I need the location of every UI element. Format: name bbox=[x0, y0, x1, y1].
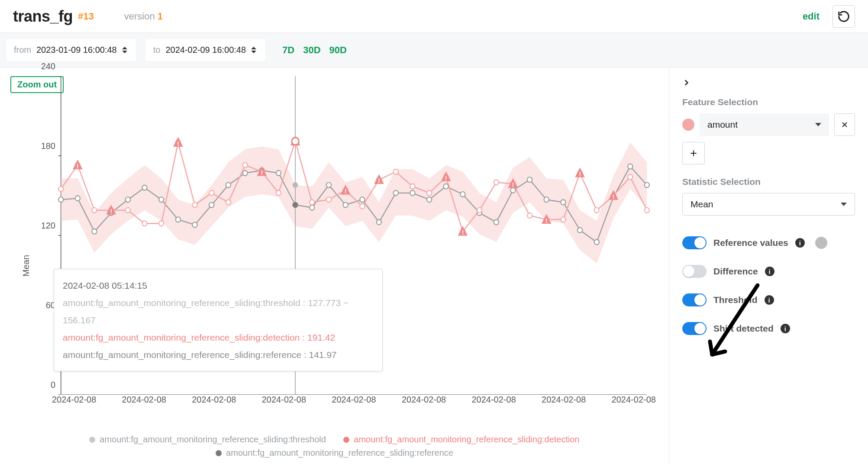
statistic-select[interactable]: Mean bbox=[682, 193, 855, 216]
chevron-down-icon bbox=[841, 203, 847, 206]
feature-group-tag: #13 bbox=[78, 11, 94, 22]
legend-detection[interactable]: amount:fg_amount_monitoring_reference_sl… bbox=[343, 435, 579, 445]
svg-point-10 bbox=[92, 229, 97, 234]
svg-point-60 bbox=[326, 197, 331, 202]
svg-point-34 bbox=[494, 219, 499, 225]
svg-point-24 bbox=[326, 183, 331, 188]
tooltip-reference: amount:fg_amount_monitoring_reference_sl… bbox=[63, 346, 374, 364]
svg-point-17 bbox=[209, 203, 214, 208]
info-icon[interactable]: i bbox=[765, 295, 774, 305]
x-tick-label: 2024-02-08 bbox=[402, 395, 446, 412]
tooltip-timestamp: 2024-02-08 05:14:15 bbox=[63, 277, 374, 294]
svg-point-25 bbox=[343, 203, 348, 208]
svg-point-43 bbox=[645, 183, 649, 188]
svg-point-66 bbox=[427, 190, 432, 196]
svg-point-46 bbox=[92, 208, 97, 213]
reference-color-dot bbox=[815, 237, 827, 249]
to-date-picker[interactable]: to 2024-02-09 16:00:48 bbox=[145, 39, 265, 61]
to-value: 2024-02-09 16:00:48 bbox=[165, 45, 246, 55]
svg-point-32 bbox=[460, 192, 465, 197]
svg-text:!: ! bbox=[378, 178, 380, 184]
quick-30d-button[interactable]: 30D bbox=[303, 45, 320, 56]
svg-point-40 bbox=[594, 239, 599, 245]
from-value: 2023-01-09 16:00:48 bbox=[36, 45, 117, 55]
svg-point-93 bbox=[292, 138, 299, 145]
side-panel: Feature Selection amount Statistic Selec… bbox=[669, 68, 868, 464]
shift-detected-toggle[interactable] bbox=[682, 322, 707, 335]
legend-reference[interactable]: amount:fg_amount_monitoring_reference_sl… bbox=[216, 448, 453, 458]
svg-point-76 bbox=[594, 208, 599, 213]
svg-point-50 bbox=[159, 221, 164, 226]
threshold-label: Threshold bbox=[713, 295, 758, 305]
add-feature-button[interactable] bbox=[682, 142, 705, 164]
close-icon bbox=[841, 121, 849, 129]
plot-area[interactable]: !!!!!!!!!!!!! 2024-02-08 05:14:15 amount… bbox=[52, 76, 656, 395]
chart-legend: amount:fg_amount_monitoring_reference_sl… bbox=[0, 433, 669, 460]
svg-point-12 bbox=[126, 197, 130, 202]
header-bar: trans_fg #13 version 1 edit bbox=[0, 0, 868, 33]
svg-point-94 bbox=[293, 182, 298, 188]
info-icon[interactable]: i bbox=[781, 324, 790, 333]
edit-button[interactable]: edit bbox=[803, 11, 820, 22]
svg-point-72 bbox=[527, 213, 532, 218]
svg-point-39 bbox=[578, 228, 582, 233]
legend-dot-icon bbox=[216, 450, 222, 456]
collapse-panel-button[interactable] bbox=[682, 76, 855, 90]
plus-icon bbox=[689, 149, 698, 158]
legend-threshold[interactable]: amount:fg_amount_monitoring_reference_sl… bbox=[89, 435, 326, 445]
svg-point-29 bbox=[410, 190, 415, 196]
svg-point-23 bbox=[310, 205, 314, 210]
svg-point-14 bbox=[159, 197, 164, 202]
svg-point-16 bbox=[192, 222, 197, 228]
x-tick-label: 2024-02-08 bbox=[542, 395, 586, 412]
threshold-toggle[interactable] bbox=[682, 293, 707, 306]
from-date-picker[interactable]: from 2023-01-09 16:00:48 bbox=[6, 39, 136, 61]
quick-90d-button[interactable]: 90D bbox=[329, 45, 347, 56]
svg-point-54 bbox=[226, 200, 231, 205]
chevron-down-icon bbox=[815, 123, 821, 126]
chevron-right-icon bbox=[682, 78, 691, 87]
tooltip-threshold: amount:fg_amount_monitoring_reference_sl… bbox=[63, 294, 374, 329]
svg-point-48 bbox=[126, 208, 130, 213]
x-tick-label: 2024-02-08 bbox=[471, 395, 516, 412]
svg-point-26 bbox=[360, 197, 365, 202]
svg-point-53 bbox=[209, 190, 214, 196]
svg-point-36 bbox=[527, 177, 532, 182]
difference-toggle[interactable] bbox=[682, 265, 707, 278]
reference-values-label: Reference values bbox=[713, 238, 788, 248]
to-label: to bbox=[153, 45, 161, 55]
statistic-selection-heading: Statistic Selection bbox=[682, 177, 855, 187]
sort-icon bbox=[122, 47, 128, 53]
svg-text:!: ! bbox=[177, 141, 179, 147]
svg-point-19 bbox=[242, 171, 247, 176]
svg-point-74 bbox=[561, 217, 565, 222]
version-label: version bbox=[124, 11, 155, 22]
svg-point-64 bbox=[394, 169, 398, 174]
svg-point-59 bbox=[310, 200, 314, 205]
svg-point-21 bbox=[276, 171, 281, 176]
svg-text:!: ! bbox=[77, 163, 78, 170]
remove-feature-button[interactable] bbox=[834, 113, 855, 136]
refresh-button[interactable] bbox=[833, 5, 855, 28]
x-tick-label: 2024-02-08 bbox=[122, 395, 166, 412]
svg-point-44 bbox=[58, 187, 63, 192]
y-axis-title: Mean bbox=[21, 255, 31, 277]
svg-point-57 bbox=[276, 190, 281, 196]
reference-values-toggle[interactable] bbox=[682, 236, 707, 249]
svg-point-18 bbox=[226, 183, 231, 188]
info-icon[interactable]: i bbox=[795, 238, 805, 248]
feature-select-value: amount bbox=[707, 119, 738, 130]
svg-point-27 bbox=[377, 219, 381, 225]
feature-select[interactable]: amount bbox=[700, 113, 829, 136]
from-label: from bbox=[14, 45, 31, 55]
svg-text:!: ! bbox=[445, 175, 447, 181]
refresh-icon bbox=[837, 10, 850, 23]
quick-7d-button[interactable]: 7D bbox=[282, 45, 294, 56]
sort-icon bbox=[251, 47, 257, 53]
svg-point-38 bbox=[561, 200, 565, 205]
svg-point-49 bbox=[142, 221, 147, 226]
info-icon[interactable]: i bbox=[765, 267, 774, 276]
x-tick-label: 2024-02-08 bbox=[52, 395, 96, 412]
svg-text:!: ! bbox=[345, 188, 346, 195]
svg-text:!: ! bbox=[462, 229, 464, 236]
